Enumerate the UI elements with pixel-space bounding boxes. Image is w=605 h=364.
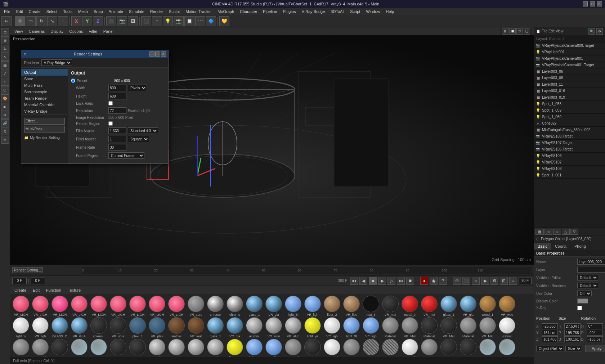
material-item[interactable]: VR_gla [225, 317, 244, 338]
material-item[interactable]: light_w [12, 317, 30, 338]
rot-b-input[interactable] [587, 336, 603, 342]
menu-script[interactable]: Script [348, 9, 363, 14]
transport-circle[interactable]: ○ [472, 277, 480, 285]
material-item[interactable]: VR_LIGH [12, 296, 30, 316]
object-list-item[interactable]: 💡 Spot_1_059 [534, 107, 605, 114]
timeline-ruler[interactable]: 0 10 20 30 40 50 60 70 80 90 100 110 [82, 267, 532, 274]
rs-close[interactable]: ✕ [161, 51, 166, 57]
lt-scale[interactable]: ⤡ [1, 53, 9, 61]
material-item[interactable]: wood_1 [478, 296, 497, 316]
rot-h-input[interactable] [587, 323, 603, 329]
transport-record[interactable]: ⏺ [406, 277, 414, 285]
material-item[interactable]: VR_vray [420, 339, 439, 357]
lt-render[interactable]: ⚙ [1, 111, 9, 119]
material-item[interactable]: VR_gla [459, 296, 478, 316]
material-item[interactable]: metal_c [400, 296, 419, 316]
transport-play3[interactable]: ▶ [481, 277, 489, 285]
object-list-item[interactable]: 💡 Spot_1_061 [534, 172, 605, 179]
lt-edge[interactable]: ╱ [1, 69, 9, 77]
material-item[interactable]: VR_LIGH [31, 296, 50, 316]
rs-film-aspect-input[interactable] [108, 127, 126, 134]
rs-minimize[interactable]: ─ [149, 51, 154, 57]
material-item[interactable]: VR_PLEX [89, 339, 108, 357]
object-list-item[interactable]: △ Cone027 [534, 120, 605, 127]
rs-resolution-input[interactable] [108, 107, 126, 114]
size-z-input[interactable] [564, 336, 580, 342]
rs-maximize[interactable]: □ [155, 51, 160, 57]
material-item[interactable]: VR_LIGH [109, 296, 127, 316]
transport-play-back[interactable]: ◀ [359, 277, 367, 285]
close-button[interactable]: ✕ [597, 1, 602, 6]
transport-last[interactable]: ≡ [509, 277, 517, 285]
material-item[interactable]: VR_Mat [439, 317, 458, 338]
tool-z[interactable]: Z [93, 16, 103, 26]
tab-basic[interactable]: Basic [534, 243, 551, 250]
material-item[interactable]: VR_sere [187, 296, 205, 316]
mode-btn-left[interactable]: ◁ [544, 229, 552, 235]
viewport-tab-display[interactable]: Display [48, 28, 66, 34]
maximize-button[interactable]: □ [590, 1, 595, 6]
tool-x[interactable]: X [71, 16, 81, 26]
rm-btn-2[interactable]: 🔲 [509, 28, 516, 35]
menu-motion-tracker[interactable]: Motion Tracker [183, 9, 214, 14]
frame-input3[interactable] [519, 278, 532, 284]
menu-3dtoall[interactable]: 3DToAll [328, 9, 347, 14]
transport-stop[interactable]: ■ [369, 277, 377, 285]
tab-coord[interactable]: Coord. [551, 243, 571, 250]
display-color-swatch[interactable] [577, 298, 588, 304]
material-item[interactable]: alumini [148, 339, 166, 357]
material-item[interactable]: VR_Mat [342, 339, 361, 357]
object-list-item[interactable]: ▦ Layer003_08 [534, 75, 605, 81]
coord-sys-select[interactable]: Object (Rel [536, 346, 564, 351]
material-item[interactable]: light_ye [225, 339, 244, 357]
viewport-tab-view[interactable]: View [12, 28, 25, 34]
material-item[interactable]: VR_Mat [50, 339, 69, 357]
material-item[interactable]: VR_LIGH [167, 296, 186, 316]
rs-effect-btn[interactable]: Effect... [24, 118, 65, 125]
menu-sculpt[interactable]: Sculpt [166, 9, 183, 14]
object-list-item[interactable]: ▦ Layer003_06 [534, 68, 605, 75]
rs-frame-rate-input[interactable] [108, 144, 126, 150]
menu-pipeline[interactable]: Pipeline [260, 9, 279, 14]
object-list-item[interactable]: ▦ Layer003_016 [534, 88, 605, 94]
renderer-select[interactable]: V-Ray Bridge [41, 59, 72, 66]
material-item[interactable]: VR_Mat [478, 317, 497, 338]
material-item[interactable]: VR_alun [284, 317, 302, 338]
material-item[interactable]: VR_floo [342, 296, 361, 316]
tool-render2[interactable]: 📷 [117, 16, 127, 26]
minimize-button[interactable]: ─ [583, 1, 588, 6]
apply-button[interactable]: Apply [586, 345, 605, 352]
lt-move[interactable]: ⊕ [1, 36, 9, 44]
transform-type-select[interactable]: Size [565, 346, 582, 351]
frame-current-input[interactable] [12, 278, 27, 284]
transport-red-btn[interactable]: ● [420, 277, 428, 285]
material-item[interactable]: screen_ [109, 339, 127, 357]
pos-z-input[interactable] [542, 336, 558, 342]
material-item[interactable]: glass_1 [245, 296, 264, 316]
material-item[interactable]: VR_ligh [323, 317, 341, 338]
rs-item-stereoscopic[interactable]: Stereoscopic [21, 89, 68, 95]
mat-texture[interactable]: Texture [66, 287, 83, 293]
menu-render[interactable]: Render [148, 9, 166, 14]
object-list-item[interactable]: 💡 VRayLight001 [534, 49, 605, 55]
tool-add[interactable]: + [58, 16, 68, 26]
material-item[interactable]: VR_Mat [459, 339, 478, 357]
material-item[interactable]: chrome [225, 296, 244, 316]
object-list-item[interactable]: 📷 VRayES108.Target [534, 133, 605, 140]
transport-grid[interactable]: ⊞ [500, 277, 508, 285]
tool-scale[interactable]: ⤡ [47, 16, 57, 26]
frame-offset-input[interactable] [31, 278, 45, 284]
material-item[interactable]: VR_GLA [70, 317, 89, 338]
rs-preset-radio[interactable] [71, 78, 75, 83]
rs-item-material-override[interactable]: Material Override [21, 102, 68, 108]
material-item[interactable]: leather [167, 317, 186, 338]
object-list-item[interactable]: 💡 Spot_1_060 [534, 114, 605, 120]
search-icon[interactable]: 🔍 [588, 28, 595, 35]
material-item[interactable]: VR_ligh [31, 317, 50, 338]
material-item[interactable]: VR_ligh [264, 339, 283, 357]
lt-texture[interactable]: 🎨 [1, 94, 9, 102]
pos-y-input[interactable] [542, 330, 558, 336]
rot-p-input[interactable] [587, 330, 603, 336]
lt-anim[interactable]: ▶ [1, 103, 9, 111]
material-item[interactable]: screen_ [89, 317, 108, 338]
